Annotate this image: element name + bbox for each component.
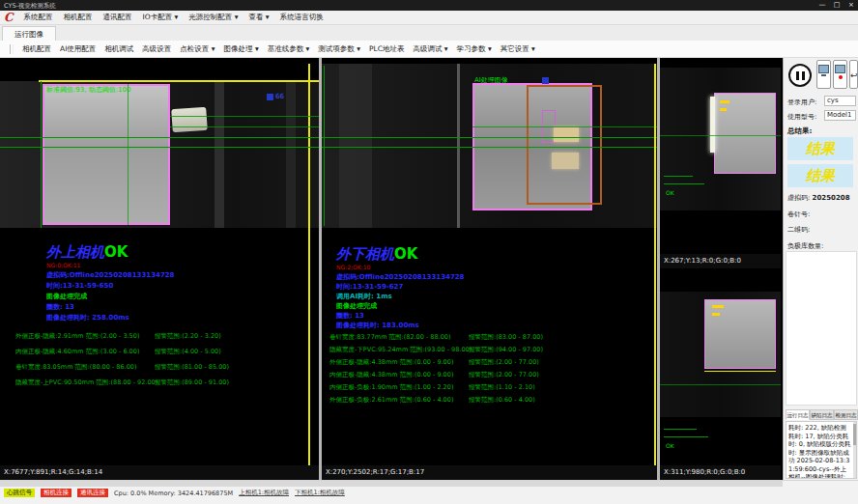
- tool-image-process[interactable]: 图像处理 ▾: [224, 44, 259, 54]
- contact-highlight: [552, 153, 579, 169]
- machine-texture: [214, 81, 224, 228]
- alarm-range: 报警范围:(83.00 - 87.00): [469, 333, 543, 342]
- camera-image-outer-upper[interactable]: 标准阈值:93, 动态阈值:100 66: [0, 81, 319, 228]
- measure-row: 外侧正极-隐藏:4.38mm 范围:(0.00 - 9.00): [329, 358, 453, 367]
- menu-camera-config[interactable]: 相机配置: [64, 13, 93, 22]
- process-done-line: 图像处理完成: [336, 301, 377, 311]
- log-tab-detect[interactable]: 检测日志: [834, 409, 858, 420]
- measure-line: [664, 176, 693, 177]
- monitor-icon: [835, 65, 845, 73]
- reference-line-yellow-vertical: [654, 64, 656, 465]
- camera-image-small-bottom[interactable]: [660, 292, 781, 417]
- alarm-range: 报警范围:(4.00 - 5.00): [155, 348, 221, 356]
- log-scrollbar-thumb[interactable]: [853, 424, 856, 445]
- cell-product-region: [704, 299, 776, 369]
- stock-count-label: 负极库数量:: [787, 241, 823, 251]
- menu-comm-config[interactable]: 通讯配置: [103, 13, 132, 22]
- pixel-coords-readout: X:267;Y:13;R:0;G:0;B:0: [660, 254, 781, 268]
- record-button[interactable]: [833, 60, 847, 89]
- tool-camera-debug[interactable]: 相机调试: [104, 44, 133, 54]
- highlight-mark: [720, 108, 727, 111]
- tool-ai-use-config[interactable]: AI使用配置: [60, 44, 96, 54]
- elapsed-line: 图像处理耗时: 183.00ms: [336, 321, 419, 330]
- camera-result-title: 外下相机OK: [336, 245, 417, 264]
- elapsed-line: 图像处理耗时: 258.00ms: [46, 313, 129, 322]
- turns-line: 圈数: 13: [336, 311, 364, 321]
- tool-spot-check[interactable]: 点检设置 ▾: [180, 44, 214, 54]
- right-sidebar: ↩ 登录用户: cys 使用型号: Model1 总结果: 结果 结果 虚拟码:…: [783, 58, 858, 480]
- horizontal-scrollbar[interactable]: [0, 481, 783, 487]
- menu-language-switch[interactable]: 系统语言切换: [280, 13, 324, 22]
- highlight-mark: [712, 313, 720, 316]
- menu-view[interactable]: 查看 ▾: [248, 13, 269, 22]
- pause-button[interactable]: [788, 64, 812, 87]
- alarm-range: 报警范围:(2.20 - 3.20): [155, 332, 221, 341]
- pixel-coords-readout: X:311;Y:980;R:0;G:0;B:0: [660, 465, 781, 480]
- measure-line: [322, 147, 657, 148]
- camera-view-outer-lower[interactable]: AI处理图像 外下相机OK NG:2;OK:10 虚拟码:Offline2025…: [322, 58, 657, 480]
- upper-camera-status[interactable]: 上相机1:相机故障: [239, 489, 289, 497]
- measure-row: 卷针宽度:83.05mm 范围:(80.00 - 86.00): [15, 363, 136, 372]
- virtual-code-value: 20250208: [813, 194, 850, 202]
- log-tab-run[interactable]: 运行日志: [786, 409, 810, 420]
- login-user-value[interactable]: cys: [824, 96, 856, 106]
- log-tab-defect[interactable]: 缺陷日志: [810, 409, 834, 420]
- comm-link-badge: 通讯连接: [77, 489, 108, 497]
- maximize-button[interactable]: □: [830, 1, 844, 10]
- tool-advanced-settings[interactable]: 高级设置: [142, 44, 171, 54]
- tool-camera-config[interactable]: 相机配置: [22, 44, 51, 54]
- camera-image-small-top[interactable]: OK: [660, 68, 781, 210]
- model-value[interactable]: Model1: [824, 110, 856, 121]
- turns-line: 圈数: 13: [46, 302, 74, 312]
- menu-system-config[interactable]: 系统配置: [24, 13, 53, 22]
- camera-view-small-top[interactable]: OK X:267;Y:13;R:0;G:0;B:0: [660, 58, 781, 268]
- measure-row: 内侧正极-负极:1.90mm 范围:(1.00 - 2.20): [329, 383, 453, 392]
- close-button[interactable]: ×: [844, 1, 858, 10]
- tool-learning-params[interactable]: 学习参数 ▾: [457, 44, 492, 54]
- process-done-line: 图像处理完成: [46, 292, 87, 301]
- alarm-range: 报警范围:(89.00 - 91.00): [155, 378, 229, 387]
- result-badge-2: 结果: [787, 164, 853, 187]
- tool-advanced-debug[interactable]: 高级调试 ▾: [413, 44, 447, 54]
- machine-texture: [457, 64, 460, 228]
- menu-io-config[interactable]: IO卡配置 ▾: [143, 13, 179, 22]
- alarm-range: 报警范围:(2.00 - 77.00): [469, 358, 539, 367]
- tool-test-params[interactable]: 测试项参数 ▾: [318, 44, 360, 54]
- measure-line: [324, 66, 325, 226]
- measure-line: [0, 147, 319, 148]
- tool-other-settings[interactable]: 其它设置 ▾: [500, 44, 535, 54]
- time-line: 时间:13-31-59-627: [336, 282, 403, 292]
- measure-line: [660, 135, 781, 136]
- gripper-part: [171, 107, 208, 132]
- monitor-button[interactable]: [816, 60, 831, 89]
- measure-row: 内侧正极-隐藏:4.60mm 范围:(3.00 - 6.00): [15, 348, 139, 356]
- measure-line: [664, 429, 697, 430]
- virtual-code-line: 虚拟码:Offline20250208133134728: [46, 270, 175, 280]
- monitor-icon: [821, 74, 826, 76]
- document-tab-bar: 运行图像: [0, 25, 858, 42]
- blue-tag-label: [542, 77, 549, 84]
- alarm-range: 报警范围:(81.00 - 85.00): [155, 363, 229, 372]
- tool-baseline-params[interactable]: 基准线参数 ▾: [268, 44, 310, 54]
- reference-line-yellow: [704, 371, 776, 372]
- blue-square-icon: [267, 94, 273, 100]
- camera-image-outer-lower[interactable]: AI处理图像: [322, 64, 657, 228]
- tool-plc-address[interactable]: PLC地址表: [369, 44, 404, 54]
- measure-line: [41, 81, 42, 228]
- tab-run-image[interactable]: 运行图像: [2, 26, 56, 41]
- cell-product-region: [43, 84, 170, 225]
- camera-view-outer-upper[interactable]: 标准阈值:93, 动态阈值:100 66 外上相机OK NG:0;OK:11 虚…: [0, 58, 319, 480]
- return-button[interactable]: ↩: [849, 60, 858, 89]
- virtual-code-line: 虚拟码:Offline20250208133134728: [336, 272, 465, 282]
- result-mini-label: OK: [666, 189, 674, 196]
- camera-view-small-bottom[interactable]: OK X:311;Y:980;R:0;G:0;B:0: [660, 270, 781, 480]
- log-scrollbar[interactable]: [853, 422, 856, 478]
- menu-light-config[interactable]: 光源控制配置 ▾: [188, 13, 238, 22]
- log-text-area: 耗时: 222, 缺陷检测耗时: 17, 缺陷分类耗时: 0, 缺陷模版分类耗时…: [786, 421, 857, 479]
- title-bar: CYS-视觉检测系统 — □ ×: [0, 0, 858, 11]
- lower-camera-status[interactable]: 下相机1:相机故障: [295, 489, 345, 497]
- highlight-mark: [720, 100, 729, 103]
- minimize-button[interactable]: —: [815, 1, 829, 10]
- result-badge-1: 结果: [787, 137, 853, 160]
- model-label: 使用型号:: [787, 112, 816, 122]
